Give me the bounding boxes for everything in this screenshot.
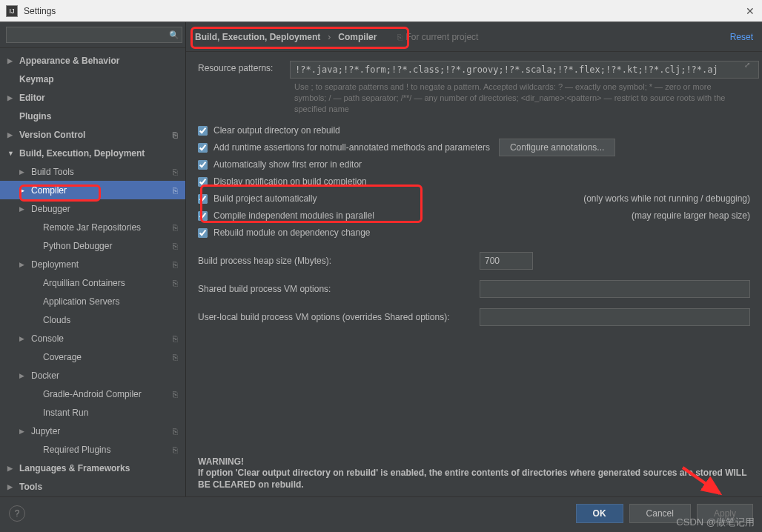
notify-row: Display notification on build completion [198, 173, 750, 190]
heap-size-input[interactable] [480, 252, 533, 270]
tree-item-coverage[interactable]: ▶Coverage⎘ [0, 348, 185, 366]
project-scope-icon: ⎘ [173, 130, 178, 139]
notify-checkbox[interactable] [198, 177, 208, 187]
tree-item-languages-frameworks[interactable]: ▶Languages & Frameworks [0, 459, 185, 477]
scope-note: ⎘ For current project [397, 32, 478, 42]
tree-item-appearance-behavior[interactable]: ▶Appearance & Behavior [0, 51, 185, 70]
tree-item-label: Python Debugger [43, 241, 112, 251]
show-error-row: Automatically show first error in editor [198, 156, 750, 173]
chevron-right-icon[interactable]: ▶ [19, 372, 28, 379]
local-vm-input[interactable] [480, 308, 750, 326]
help-icon[interactable]: ? [9, 505, 25, 522]
chevron-right-icon[interactable]: ▶ [7, 94, 16, 102]
parallel-note: (may require larger heap size) [617, 210, 750, 221]
tree-item-build-tools[interactable]: ▶Build Tools⎘ [0, 162, 185, 181]
content-area: 🔍 ▶Appearance & Behavior▶Keymap▶Editor▶P… [0, 22, 762, 496]
chevron-right-icon[interactable]: ▶ [19, 187, 28, 194]
chevron-right-icon[interactable]: ▶ [19, 168, 28, 176]
local-vm-label: User-local build process VM options (ove… [198, 312, 450, 322]
tree-item-label: Plugins [19, 111, 51, 122]
sidebar: 🔍 ▶Appearance & Behavior▶Keymap▶Editor▶P… [0, 22, 186, 496]
cancel-button[interactable]: Cancel [629, 504, 691, 523]
tree-item-version-control[interactable]: ▶Version Control⎘ [0, 125, 185, 144]
project-scope-icon: ⎘ [173, 445, 178, 454]
chevron-right-icon[interactable]: ▶ [19, 261, 28, 268]
configure-annotations-button[interactable]: Configure annotations... [499, 139, 615, 156]
tree-item-clouds[interactable]: ▶Clouds [0, 310, 185, 329]
tree-item-keymap[interactable]: ▶Keymap [0, 70, 185, 88]
tree-item-console[interactable]: ▶Console⎘ [0, 329, 185, 348]
tree-item-python-debugger[interactable]: ▶Python Debugger⎘ [0, 236, 185, 255]
tree-item-gradle-android-compiler[interactable]: ▶Gradle-Android Compiler⎘ [0, 385, 185, 403]
close-icon[interactable]: ✕ [746, 5, 755, 17]
tree-item-deployment[interactable]: ▶Deployment⎘ [0, 255, 185, 273]
ok-button[interactable]: OK [576, 504, 623, 523]
tree-item-label: Jupyter [31, 426, 60, 436]
show-error-checkbox[interactable] [198, 160, 208, 170]
show-error-label: Automatically show first error in editor [213, 159, 362, 170]
search-icon[interactable]: 🔍 [169, 30, 179, 40]
tree-item-remote-jar-repositories[interactable]: ▶Remote Jar Repositories⎘ [0, 218, 185, 236]
warning-body: If option 'Clear output directory on reb… [198, 467, 750, 491]
resource-patterns-hint: Use ; to separate patterns and ! to nega… [294, 82, 750, 115]
warning-title: WARNING! [198, 456, 750, 467]
expand-icon[interactable]: ⤢ [744, 61, 750, 69]
breadcrumb-part[interactable]: Build, Execution, Deployment [195, 32, 320, 42]
notify-label: Display notification on build completion [213, 176, 367, 187]
tree-item-plugins[interactable]: ▶Plugins [0, 107, 185, 125]
search-row: 🔍 [0, 22, 185, 48]
tree-item-instant-run[interactable]: ▶Instant Run [0, 403, 185, 422]
shared-vm-row: Shared build process VM options: [198, 280, 750, 298]
assertions-checkbox[interactable] [198, 143, 208, 153]
tree-item-jupyter[interactable]: ▶Jupyter⎘ [0, 422, 185, 440]
tree-item-label: Deployment [31, 259, 79, 270]
tree-item-label: Coverage [43, 352, 82, 362]
tree-item-docker[interactable]: ▶Docker [0, 366, 185, 385]
project-scope-icon: ⎘ [173, 260, 178, 269]
tree-item-label: Keymap [19, 74, 54, 84]
apply-button[interactable]: Apply [697, 504, 753, 523]
tree-item-label: Compiler [31, 185, 67, 196]
build-auto-checkbox[interactable] [198, 194, 208, 204]
breadcrumb-part[interactable]: Compiler [338, 32, 377, 42]
rebuild-dep-checkbox[interactable] [198, 228, 208, 238]
tree-item-required-plugins[interactable]: ▶Required Plugins⎘ [0, 440, 185, 459]
project-scope-icon: ⎘ [173, 390, 178, 399]
tree-item-label: Build Tools [31, 167, 74, 177]
tree-item-debugger[interactable]: ▶Debugger [0, 199, 185, 218]
project-scope-icon: ⎘ [173, 186, 178, 195]
settings-tree: ▶Appearance & Behavior▶Keymap▶Editor▶Plu… [0, 48, 185, 496]
rebuild-dep-label: Rebuild module on dependency change [213, 227, 371, 238]
chevron-right-icon[interactable]: ▶ [19, 335, 28, 342]
tree-item-tools[interactable]: ▶Tools [0, 477, 185, 496]
chevron-right-icon[interactable]: ▶ [19, 428, 28, 435]
chevron-right-icon[interactable]: ▶ [7, 465, 16, 472]
tree-item-build-execution-deployment[interactable]: ▼Build, Execution, Deployment [0, 144, 185, 162]
clear-output-checkbox[interactable] [198, 126, 208, 136]
chevron-right-icon[interactable]: ▶ [19, 205, 28, 213]
resource-patterns-input[interactable] [290, 61, 759, 79]
project-scope-icon: ⎘ [173, 167, 178, 176]
tree-item-editor[interactable]: ▶Editor [0, 88, 185, 107]
chevron-right-icon[interactable]: ▶ [7, 57, 16, 64]
tree-item-label: Required Plugins [43, 445, 110, 455]
search-input[interactable] [6, 27, 182, 43]
tree-item-application-servers[interactable]: ▶Application Servers [0, 292, 185, 310]
shared-vm-input[interactable] [480, 280, 750, 298]
project-scope-icon: ⎘ [173, 223, 178, 232]
project-scope-icon: ⎘ [173, 353, 178, 362]
parallel-row: Compile independent modules in parallel … [198, 207, 750, 225]
chevron-right-icon[interactable]: ▶ [7, 483, 16, 491]
build-auto-row: Build project automatically (only works … [198, 190, 750, 207]
chevron-right-icon[interactable]: ▶ [7, 131, 16, 139]
chevron-down-icon[interactable]: ▼ [7, 150, 16, 157]
tree-item-label: Console [31, 333, 64, 344]
tree-item-label: Arquillian Containers [43, 278, 125, 288]
parallel-label: Compile independent modules in parallel [213, 210, 374, 221]
parallel-checkbox[interactable] [198, 211, 208, 221]
tree-item-compiler[interactable]: ▶Compiler⎘ [0, 181, 185, 199]
app-icon: IJ [6, 5, 18, 17]
tree-item-arquillian-containers[interactable]: ▶Arquillian Containers⎘ [0, 273, 185, 292]
reset-link[interactable]: Reset [730, 32, 753, 42]
tree-item-label: Docker [31, 370, 59, 381]
